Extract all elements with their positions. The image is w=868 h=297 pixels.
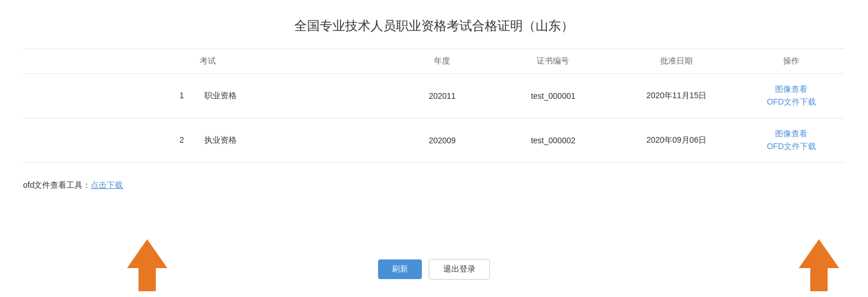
arrow-left-shaft [139, 268, 156, 291]
row1-action-links: 图像查看 OFD文件下载 [747, 84, 836, 107]
row1-index: 1 [179, 91, 184, 100]
refresh-button[interactable]: 刷新 [378, 259, 422, 279]
col-header-year: 年度 [393, 49, 492, 74]
row1-cert-no: test_000001 [492, 74, 615, 118]
row2-image-view-link[interactable]: 图像查看 [775, 129, 807, 139]
ofd-tool-download-link[interactable]: 点击下载 [91, 180, 123, 191]
row2-year: 202009 [393, 118, 492, 163]
col-header-exam: 考试 [23, 49, 393, 74]
data-table: 考试 年度 证书编号 批准日期 操作 1 职业资格 202011 test_00… [23, 49, 845, 163]
col-header-action: 操作 [738, 49, 845, 74]
arrow-right-up-icon [799, 239, 839, 268]
row1-year: 202011 [393, 74, 492, 118]
row2-cert-no: test_000002 [492, 118, 615, 163]
row1-actions: 图像查看 OFD文件下载 [738, 74, 845, 118]
page-title: 全国专业技术人员职业资格考试合格证明（山东） [23, 12, 845, 35]
row1-index-and-type: 1 职业资格 [23, 74, 393, 118]
row2-index-and-type: 2 执业资格 [23, 118, 393, 163]
row1-image-view-link[interactable]: 图像查看 [775, 84, 807, 95]
arrow-left-container [127, 239, 167, 291]
row2-index: 2 [179, 135, 184, 144]
table-header-row: 考试 年度 证书编号 批准日期 操作 [23, 49, 845, 74]
table-row: 1 职业资格 202011 test_000001 2020年11月15日 图像… [23, 74, 845, 118]
logout-button[interactable]: 退出登录 [429, 259, 490, 280]
arrow-right-container [799, 239, 839, 291]
row1-ofd-download-link[interactable]: OFD文件下载 [767, 97, 817, 107]
row1-approve-date: 2020年11月15日 [615, 74, 738, 118]
row2-exam-type: 执业资格 [204, 135, 237, 144]
row2-actions: 图像查看 OFD文件下载 [738, 118, 845, 163]
arrow-right-shaft [810, 268, 828, 291]
page-container: 全国专业技术人员职业资格考试合格证明（山东） 考试 年度 证书编号 批准日期 操… [0, 0, 868, 297]
row2-ofd-download-link[interactable]: OFD文件下载 [767, 142, 817, 152]
row1-exam-type: 职业资格 [204, 91, 237, 100]
table-row: 2 执业资格 202009 test_000002 2020年09月06日 图像… [23, 118, 845, 163]
row2-action-links: 图像查看 OFD文件下载 [747, 129, 836, 152]
row2-approve-date: 2020年09月06日 [615, 118, 738, 163]
ofd-tool-label: ofd文件查看工具： [23, 180, 91, 191]
col-header-approve-date: 批准日期 [615, 49, 738, 74]
footer-buttons: 刷新 退出登录 [378, 259, 490, 280]
footer-section: ofd文件查看工具： 点击下载 [23, 175, 845, 196]
arrow-left-up-icon [127, 239, 167, 268]
col-header-cert-no: 证书编号 [492, 49, 615, 74]
